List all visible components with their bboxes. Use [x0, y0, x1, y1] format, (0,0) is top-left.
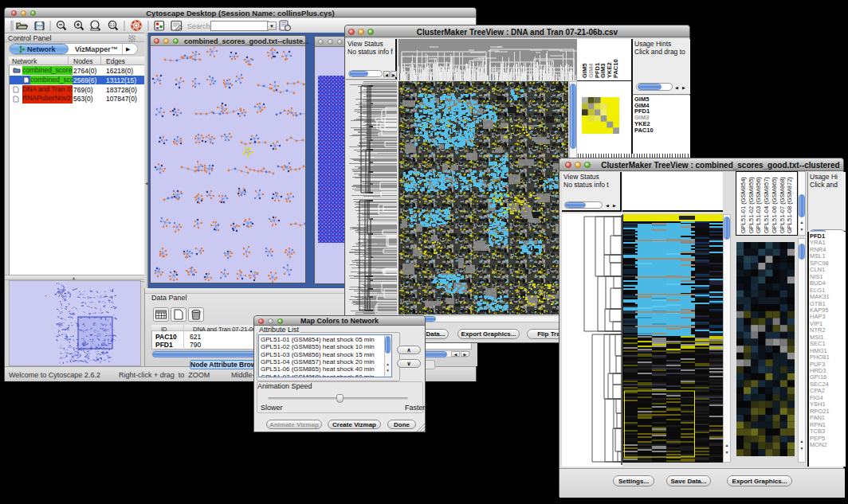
svg-text:Search:: Search:	[187, 22, 212, 30]
svg-text:1:1: 1:1	[110, 23, 116, 27]
